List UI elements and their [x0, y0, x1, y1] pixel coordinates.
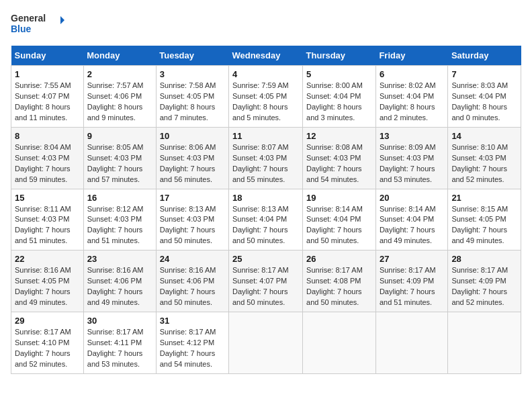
calendar-cell: 24 Sunrise: 8:16 AMSunset: 4:06 PMDaylig…	[156, 250, 228, 312]
day-number: 25	[232, 254, 299, 264]
calendar-cell: 15 Sunrise: 8:11 AMSunset: 4:03 PMDaylig…	[11, 189, 84, 250]
day-detail: Sunrise: 8:14 AMSunset: 4:04 PMDaylight:…	[306, 204, 372, 247]
day-number: 4	[232, 69, 299, 79]
calendar-cell: 17 Sunrise: 8:13 AMSunset: 4:03 PMDaylig…	[156, 189, 228, 250]
svg-text:General: General	[11, 13, 46, 24]
day-number: 30	[87, 316, 152, 326]
day-detail: Sunrise: 7:59 AMSunset: 4:05 PMDaylight:…	[232, 81, 299, 124]
day-number: 24	[160, 254, 225, 264]
day-number: 8	[15, 131, 80, 141]
day-number: 13	[380, 131, 444, 141]
calendar-header-row: SundayMondayTuesdayWednesdayThursdayFrid…	[11, 46, 521, 66]
day-number: 20	[380, 193, 444, 203]
day-number: 22	[15, 254, 80, 264]
day-number: 2	[87, 69, 152, 79]
day-detail: Sunrise: 8:11 AMSunset: 4:03 PMDaylight:…	[15, 204, 80, 247]
day-number: 27	[380, 254, 444, 264]
day-detail: Sunrise: 8:00 AMSunset: 4:04 PMDaylight:…	[306, 81, 372, 124]
calendar-week-row: 1 Sunrise: 7:55 AMSunset: 4:07 PMDayligh…	[11, 66, 521, 128]
svg-text:Blue: Blue	[11, 24, 32, 34]
day-number: 11	[232, 131, 299, 141]
day-number: 31	[160, 316, 225, 326]
day-detail: Sunrise: 8:09 AMSunset: 4:03 PMDaylight:…	[380, 142, 444, 185]
calendar-table: SundayMondayTuesdayWednesdayThursdayFrid…	[11, 46, 521, 374]
day-detail: Sunrise: 8:13 AMSunset: 4:03 PMDaylight:…	[160, 204, 225, 247]
day-detail: Sunrise: 8:17 AMSunset: 4:09 PMDaylight:…	[380, 265, 444, 308]
calendar-week-row: 22 Sunrise: 8:16 AMSunset: 4:05 PMDaylig…	[11, 250, 521, 312]
day-detail: Sunrise: 8:17 AMSunset: 4:10 PMDaylight:…	[15, 327, 80, 370]
calendar-cell: 14 Sunrise: 8:10 AMSunset: 4:03 PMDaylig…	[448, 127, 521, 189]
calendar-cell: 29 Sunrise: 8:17 AMSunset: 4:10 PMDaylig…	[11, 312, 84, 374]
day-detail: Sunrise: 8:04 AMSunset: 4:03 PMDaylight:…	[15, 142, 80, 185]
calendar-cell: 19 Sunrise: 8:14 AMSunset: 4:04 PMDaylig…	[303, 189, 376, 250]
calendar-cell: 13 Sunrise: 8:09 AMSunset: 4:03 PMDaylig…	[375, 127, 447, 189]
calendar-cell: 10 Sunrise: 8:06 AMSunset: 4:03 PMDaylig…	[156, 127, 228, 189]
calendar-cell	[448, 312, 521, 374]
calendar-cell: 23 Sunrise: 8:16 AMSunset: 4:06 PMDaylig…	[83, 250, 156, 312]
calendar-week-row: 15 Sunrise: 8:11 AMSunset: 4:03 PMDaylig…	[11, 189, 521, 250]
calendar-cell	[375, 312, 447, 374]
calendar-cell: 18 Sunrise: 8:13 AMSunset: 4:04 PMDaylig…	[228, 189, 302, 250]
logo-svg: General Blue	[11, 11, 64, 38]
day-detail: Sunrise: 8:17 AMSunset: 4:11 PMDaylight:…	[87, 327, 152, 370]
calendar-week-row: 8 Sunrise: 8:04 AMSunset: 4:03 PMDayligh…	[11, 127, 521, 189]
day-number: 9	[87, 131, 152, 141]
day-number: 28	[451, 254, 517, 264]
day-number: 1	[15, 69, 80, 79]
calendar-cell: 26 Sunrise: 8:17 AMSunset: 4:08 PMDaylig…	[303, 250, 376, 312]
day-detail: Sunrise: 8:17 AMSunset: 4:07 PMDaylight:…	[232, 265, 299, 308]
day-number: 10	[160, 131, 225, 141]
calendar-cell: 3 Sunrise: 7:58 AMSunset: 4:05 PMDayligh…	[156, 66, 228, 128]
calendar-cell: 27 Sunrise: 8:17 AMSunset: 4:09 PMDaylig…	[375, 250, 447, 312]
day-number: 7	[451, 69, 517, 79]
day-detail: Sunrise: 8:06 AMSunset: 4:03 PMDaylight:…	[160, 142, 225, 185]
calendar-cell	[228, 312, 302, 374]
day-detail: Sunrise: 8:14 AMSunset: 4:04 PMDaylight:…	[380, 204, 444, 247]
day-number: 15	[15, 193, 80, 203]
calendar-cell: 12 Sunrise: 8:08 AMSunset: 4:03 PMDaylig…	[303, 127, 376, 189]
day-detail: Sunrise: 8:17 AMSunset: 4:09 PMDaylight:…	[451, 265, 517, 308]
day-of-week-header: Monday	[83, 46, 156, 66]
calendar-cell: 31 Sunrise: 8:17 AMSunset: 4:12 PMDaylig…	[156, 312, 228, 374]
day-of-week-header: Saturday	[448, 46, 521, 66]
day-number: 18	[232, 193, 299, 203]
day-number: 16	[87, 193, 152, 203]
day-of-week-header: Tuesday	[156, 46, 228, 66]
day-of-week-header: Wednesday	[228, 46, 302, 66]
calendar-cell: 9 Sunrise: 8:05 AMSunset: 4:03 PMDayligh…	[83, 127, 156, 189]
calendar-cell: 1 Sunrise: 7:55 AMSunset: 4:07 PMDayligh…	[11, 66, 84, 128]
logo: General Blue	[11, 11, 64, 38]
day-number: 21	[451, 193, 517, 203]
day-number: 29	[15, 316, 80, 326]
day-detail: Sunrise: 8:16 AMSunset: 4:05 PMDaylight:…	[15, 265, 80, 308]
calendar-cell: 11 Sunrise: 8:07 AMSunset: 4:03 PMDaylig…	[228, 127, 302, 189]
day-detail: Sunrise: 8:16 AMSunset: 4:06 PMDaylight:…	[87, 265, 152, 308]
day-number: 5	[306, 69, 372, 79]
day-number: 19	[306, 193, 372, 203]
day-number: 26	[306, 254, 372, 264]
day-detail: Sunrise: 7:58 AMSunset: 4:05 PMDaylight:…	[160, 81, 225, 124]
day-detail: Sunrise: 8:10 AMSunset: 4:03 PMDaylight:…	[451, 142, 517, 185]
day-detail: Sunrise: 8:17 AMSunset: 4:12 PMDaylight:…	[160, 327, 225, 370]
day-detail: Sunrise: 7:55 AMSunset: 4:07 PMDaylight:…	[15, 81, 80, 124]
day-detail: Sunrise: 8:03 AMSunset: 4:04 PMDaylight:…	[451, 81, 517, 124]
day-detail: Sunrise: 8:07 AMSunset: 4:03 PMDaylight:…	[232, 142, 299, 185]
calendar-cell: 2 Sunrise: 7:57 AMSunset: 4:06 PMDayligh…	[83, 66, 156, 128]
day-number: 17	[160, 193, 225, 203]
calendar-cell: 21 Sunrise: 8:15 AMSunset: 4:05 PMDaylig…	[448, 189, 521, 250]
calendar-cell: 22 Sunrise: 8:16 AMSunset: 4:05 PMDaylig…	[11, 250, 84, 312]
day-detail: Sunrise: 8:15 AMSunset: 4:05 PMDaylight:…	[451, 204, 517, 247]
calendar-cell: 6 Sunrise: 8:02 AMSunset: 4:04 PMDayligh…	[375, 66, 447, 128]
day-detail: Sunrise: 8:08 AMSunset: 4:03 PMDaylight:…	[306, 142, 372, 185]
day-detail: Sunrise: 8:13 AMSunset: 4:04 PMDaylight:…	[232, 204, 299, 247]
calendar-cell	[303, 312, 376, 374]
calendar-cell: 16 Sunrise: 8:12 AMSunset: 4:03 PMDaylig…	[83, 189, 156, 250]
day-number: 6	[380, 69, 444, 79]
day-number: 23	[87, 254, 152, 264]
calendar-cell: 7 Sunrise: 8:03 AMSunset: 4:04 PMDayligh…	[448, 66, 521, 128]
calendar-cell: 28 Sunrise: 8:17 AMSunset: 4:09 PMDaylig…	[448, 250, 521, 312]
calendar-cell: 4 Sunrise: 7:59 AMSunset: 4:05 PMDayligh…	[228, 66, 302, 128]
day-detail: Sunrise: 8:05 AMSunset: 4:03 PMDaylight:…	[87, 142, 152, 185]
day-of-week-header: Friday	[375, 46, 447, 66]
svg-marker-2	[60, 16, 64, 24]
